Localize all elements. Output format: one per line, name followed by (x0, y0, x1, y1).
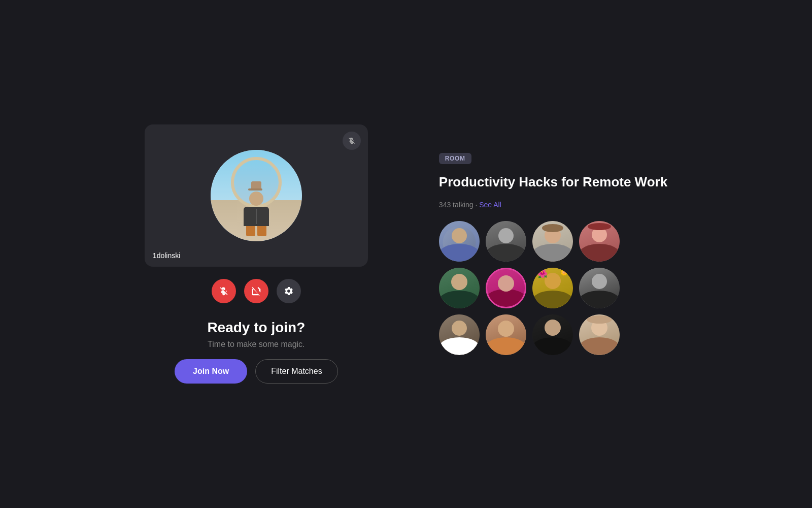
right-panel: ROOM Productivity Hacks for Remote Work … (439, 153, 667, 355)
participant-avatar-5[interactable] (439, 268, 480, 308)
mic-off-icon (219, 286, 229, 296)
cta-subtitle: Time to make some magic. (208, 340, 304, 349)
username-label: 1dolinski (153, 251, 180, 260)
controls-bar (212, 279, 301, 303)
participant-avatar-3[interactable] (532, 221, 573, 262)
filter-matches-button[interactable]: Filter Matches (255, 359, 337, 384)
room-badge: ROOM (439, 153, 471, 164)
participant-avatar-4[interactable] (579, 221, 620, 262)
main-container: 1dolinski Ready to j (0, 0, 812, 508)
room-meta: 343 talking · See All (439, 201, 667, 209)
video-card: 1dolinski (145, 124, 368, 267)
participant-avatar-11[interactable] (532, 314, 573, 355)
room-title: Productivity Hacks for Remote Work (439, 174, 667, 190)
mic-slash-icon (348, 137, 356, 145)
see-all-link[interactable]: See All (479, 201, 501, 209)
talking-count: 343 talking (439, 201, 473, 209)
mic-toggle-button[interactable] (212, 279, 236, 303)
settings-icon (284, 286, 294, 296)
participant-avatar-1[interactable] (439, 221, 480, 262)
left-panel: 1dolinski Ready to j (145, 124, 368, 384)
participant-avatar-9[interactable] (439, 314, 480, 355)
participant-avatar-12[interactable] (579, 314, 620, 355)
participant-avatar-8[interactable] (579, 268, 620, 308)
camera-toggle-button[interactable] (244, 279, 268, 303)
cta-title: Ready to join? (207, 320, 305, 336)
participant-avatar-6[interactable] (486, 268, 526, 308)
action-buttons: Join Now Filter Matches (175, 359, 338, 384)
cta-section: Ready to join? Time to make some magic. … (175, 320, 338, 384)
camera-off-icon (251, 286, 261, 296)
user-avatar (211, 150, 302, 241)
participants-grid: 🌺 🌼 (439, 221, 667, 355)
participant-avatar-7[interactable]: 🌺 🌼 (532, 268, 573, 308)
participant-avatar-10[interactable] (486, 314, 526, 355)
join-now-button[interactable]: Join Now (175, 359, 247, 384)
participant-avatar-2[interactable] (486, 221, 526, 262)
mute-indicator-icon[interactable] (343, 132, 361, 150)
settings-button[interactable] (277, 279, 301, 303)
